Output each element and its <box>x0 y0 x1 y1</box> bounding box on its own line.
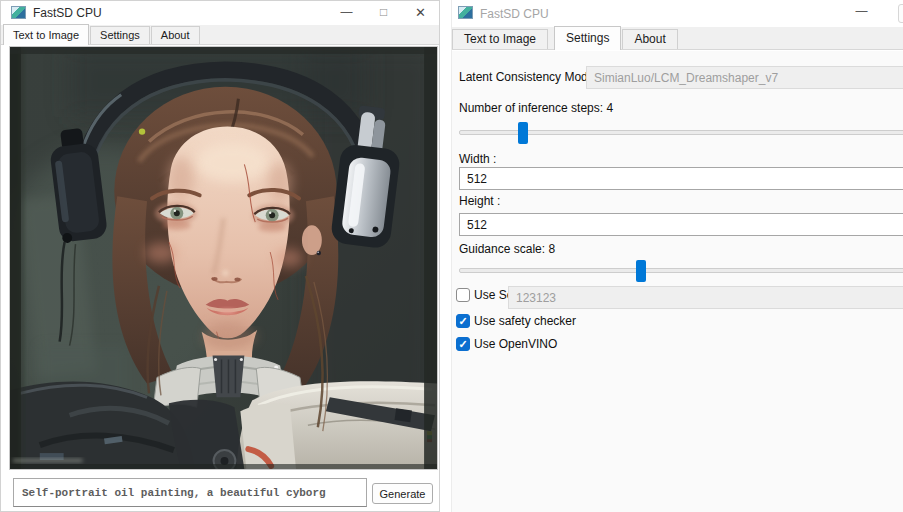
fastsd-window-settings: FastSD CPU — Text to Image Settings Abou… <box>451 0 903 512</box>
tab-bar: Text to Image Settings About <box>1 25 439 45</box>
generated-image <box>9 46 438 470</box>
minimize-icon[interactable]: — <box>843 0 880 24</box>
tab-bar: Text to Image Settings About <box>452 27 903 50</box>
titlebar: FastSD CPU — <box>452 0 903 27</box>
tab-settings[interactable]: Settings <box>90 26 150 44</box>
checkmark-icon: ✓ <box>457 338 469 351</box>
seed-input[interactable] <box>508 286 903 309</box>
window-controls: — □ ✕ <box>328 1 439 25</box>
width-input[interactable] <box>459 167 903 190</box>
guidance-scale-slider[interactable] <box>459 260 903 282</box>
maximize-icon[interactable]: □ <box>365 1 402 25</box>
prompt-input[interactable] <box>13 478 367 507</box>
tab-about[interactable]: About <box>622 29 677 49</box>
width-label: Width : <box>459 152 496 166</box>
use-openvino-label: Use OpenVINO <box>474 337 557 352</box>
generate-button[interactable]: Generate <box>372 483 433 504</box>
window-title: FastSD CPU <box>33 6 102 20</box>
minimize-icon[interactable]: — <box>328 1 365 25</box>
window-title: FastSD CPU <box>480 7 549 21</box>
slider-track <box>459 268 903 273</box>
inference-steps-slider[interactable] <box>459 122 903 144</box>
portrait-illustration <box>10 47 437 469</box>
height-label: Height : <box>459 194 500 208</box>
app-icon <box>458 6 473 19</box>
tab-text-to-image[interactable]: Text to Image <box>3 24 89 45</box>
model-input[interactable] <box>586 66 903 89</box>
inference-steps-label: Number of inference steps: 4 <box>459 101 613 115</box>
titlebar: FastSD CPU — □ ✕ <box>1 1 439 25</box>
desktop: FastSD CPU — □ ✕ Text to Image Settings … <box>0 0 903 512</box>
checkmark-icon: ✓ <box>457 315 469 328</box>
app-icon <box>11 6 26 19</box>
slider-handle[interactable] <box>636 260 646 282</box>
tab-settings[interactable]: Settings <box>554 26 621 50</box>
use-seed-checkbox[interactable]: ✓ <box>456 288 470 302</box>
use-safety-checker-checkbox[interactable]: ✓ <box>456 314 470 328</box>
tab-about[interactable]: About <box>151 26 200 44</box>
use-openvino-checkbox[interactable]: ✓ <box>456 337 470 351</box>
use-safety-checker-label: Use safety checker <box>474 314 576 329</box>
maximize-icon[interactable] <box>898 4 903 23</box>
tab-text-to-image[interactable]: Text to Image <box>452 29 548 49</box>
model-label: Latent Consistency Model: <box>459 70 600 84</box>
close-icon[interactable]: ✕ <box>402 1 439 25</box>
guidance-scale-label: Guidance scale: 8 <box>459 242 555 256</box>
fastsd-window-text-to-image: FastSD CPU — □ ✕ Text to Image Settings … <box>0 0 440 512</box>
slider-handle[interactable] <box>518 122 528 144</box>
height-input[interactable] <box>459 213 903 236</box>
